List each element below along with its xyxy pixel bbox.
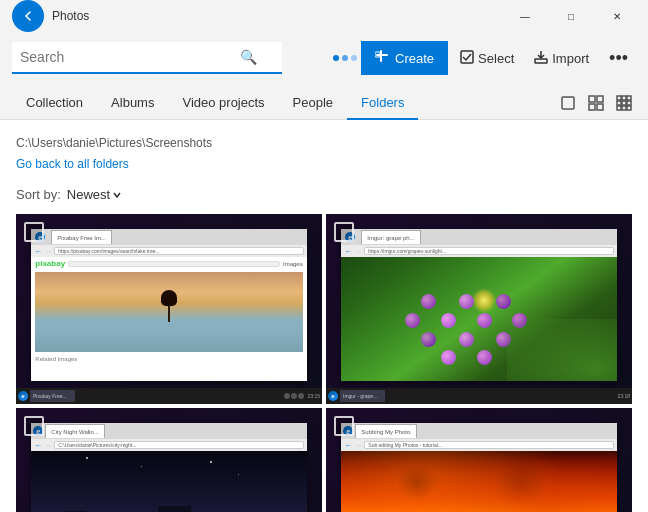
create-plus-icon [375, 49, 389, 67]
photo-item-4[interactable]: e Subbing My Photo... ← → Sub editing My… [326, 408, 632, 512]
select-icon [460, 50, 474, 67]
svg-rect-3 [461, 51, 473, 63]
tab-collection[interactable]: Collection [12, 87, 97, 120]
minimize-button[interactable]: — [502, 0, 548, 32]
window-controls: — □ ✕ [502, 0, 640, 32]
svg-rect-6 [589, 96, 595, 102]
search-input[interactable] [20, 49, 240, 65]
sort-chevron-icon [112, 190, 122, 200]
sort-label: Sort by: [16, 187, 61, 202]
svg-rect-13 [617, 101, 621, 105]
tab-video-projects[interactable]: Video projects [168, 87, 278, 120]
back-button[interactable] [12, 0, 44, 32]
photo-item-1[interactable]: e Pixabay Free Im... ← → https://pixabay… [16, 214, 322, 404]
breadcrumb: C:\Users\danie\Pictures\Screenshots [16, 136, 632, 150]
photo-grid: e Pixabay Free Im... ← → https://pixabay… [16, 214, 632, 512]
photo-item-2[interactable]: e Imgur: grape ph... ← → https://imgur.c… [326, 214, 632, 404]
create-button[interactable]: Create [361, 41, 448, 75]
svg-rect-11 [622, 96, 626, 100]
svg-rect-17 [622, 106, 626, 110]
toolbar: 🔍 Create Select [0, 32, 648, 84]
maximize-button[interactable]: □ [548, 0, 594, 32]
svg-rect-10 [617, 96, 621, 100]
import-icon [534, 50, 548, 67]
more-options-button[interactable]: ••• [601, 44, 636, 73]
create-label: Create [395, 51, 434, 66]
photo-checkbox-2[interactable] [334, 222, 354, 242]
photo-item-3[interactable]: e City Night Wallo... ← → C:\Users\danie… [16, 408, 322, 512]
view-toggles [556, 91, 636, 119]
photo-checkbox-4[interactable] [334, 416, 354, 436]
svg-rect-1 [376, 54, 388, 56]
search-box[interactable]: 🔍 [12, 42, 282, 74]
sort-value[interactable]: Newest [67, 187, 122, 202]
view-grid3-button[interactable] [612, 91, 636, 119]
search-icon[interactable]: 🔍 [240, 49, 257, 65]
svg-rect-18 [627, 106, 631, 110]
content-area: C:\Users\danie\Pictures\Screenshots Go b… [0, 120, 648, 512]
dot3 [351, 55, 357, 61]
tab-albums[interactable]: Albums [97, 87, 168, 120]
select-label: Select [478, 51, 514, 66]
svg-rect-16 [617, 106, 621, 110]
title-bar-left: Photos [12, 0, 89, 32]
view-single-button[interactable] [556, 91, 580, 119]
import-label: Import [552, 51, 589, 66]
close-button[interactable]: ✕ [594, 0, 640, 32]
photo-checkbox-3[interactable] [24, 416, 44, 436]
photo-checkbox-1[interactable] [24, 222, 44, 242]
svg-rect-14 [622, 101, 626, 105]
svg-rect-4 [535, 59, 547, 63]
view-grid2-button[interactable] [584, 91, 608, 119]
select-button[interactable]: Select [452, 41, 522, 75]
navigation-tabs: Collection Albums Video projects People … [0, 84, 648, 120]
title-bar: Photos — □ ✕ [0, 0, 648, 32]
tab-folders[interactable]: Folders [347, 87, 418, 120]
svg-rect-5 [562, 97, 574, 109]
app-title: Photos [52, 9, 89, 23]
svg-rect-12 [627, 96, 631, 100]
back-to-folders-link[interactable]: Go back to all folders [16, 157, 129, 171]
svg-rect-8 [589, 104, 595, 110]
svg-rect-15 [627, 101, 631, 105]
svg-rect-9 [597, 104, 603, 110]
loading-indicator [333, 55, 357, 61]
sort-bar: Sort by: Newest [16, 187, 632, 202]
import-button[interactable]: Import [526, 41, 597, 75]
dot1 [333, 55, 339, 61]
dot2 [342, 55, 348, 61]
svg-rect-7 [597, 96, 603, 102]
tab-people[interactable]: People [279, 87, 347, 120]
toolbar-actions: Create Select Import ••• [333, 41, 636, 75]
